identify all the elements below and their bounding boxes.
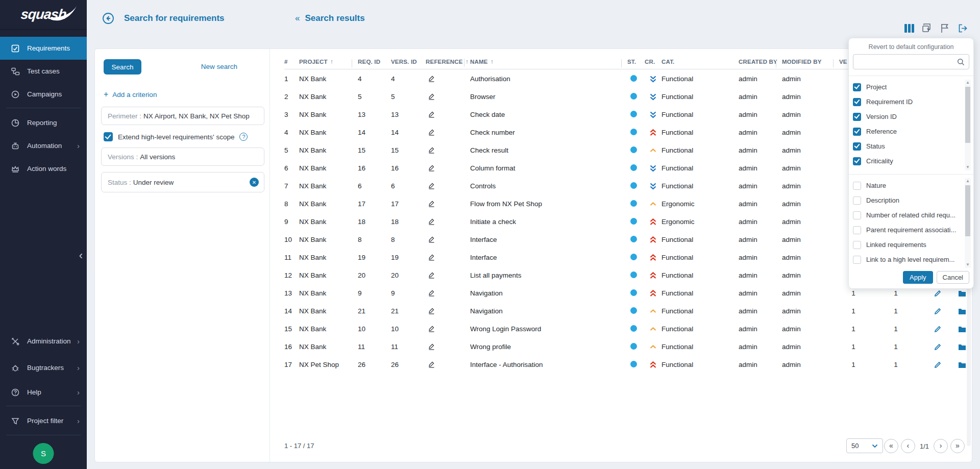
unchecked-checkbox[interactable]	[853, 241, 861, 249]
table-row[interactable]: 14 NX Bank 21 21 Navigation	[284, 302, 965, 320]
unchecked-checkbox[interactable]	[853, 211, 861, 219]
column-option[interactable]: Project	[853, 80, 962, 94]
reference-edit-icon[interactable]	[428, 360, 435, 368]
reference-edit-icon[interactable]	[428, 128, 435, 136]
column-header-reference[interactable]: REFERENCE↑	[426, 58, 470, 65]
squash-logo[interactable]: squash	[0, 0, 87, 30]
sidebar-item-bugtrackers[interactable]: Bugtrackers ›	[0, 356, 87, 379]
reference-edit-icon[interactable]	[428, 146, 435, 154]
reference-edit-icon[interactable]	[428, 110, 435, 118]
pick-columns-button[interactable]	[921, 22, 933, 34]
column-option[interactable]: Link to a high level requirem...	[853, 252, 962, 267]
reference-edit-icon[interactable]	[428, 289, 435, 297]
column-option[interactable]: Version ID	[853, 109, 962, 124]
checked-checkbox[interactable]	[853, 113, 861, 121]
column-option[interactable]: Linked requirements	[853, 237, 962, 252]
column-search-input[interactable]	[857, 58, 957, 66]
column-header-modified-by[interactable]: MODIFIED BY	[782, 59, 839, 65]
unchecked-checkbox[interactable]	[853, 256, 861, 264]
column-header-req-id[interactable]: REQ. ID	[358, 59, 391, 65]
flag-button[interactable]	[939, 22, 950, 34]
sidebar-item-requirements[interactable]: Requirements	[0, 37, 87, 60]
table-row[interactable]: 15 NX Bank 10 10 Wrong Login Password	[284, 320, 965, 338]
last-page-button[interactable]: »	[950, 439, 965, 453]
page-size-select[interactable]: 50	[846, 438, 883, 453]
column-header-vers-id[interactable]: VERS. ID	[391, 59, 426, 65]
new-search-link[interactable]: New search	[201, 63, 237, 70]
reference-edit-icon[interactable]	[428, 307, 435, 314]
scroll-down-icon[interactable]: ▼	[965, 262, 971, 268]
sidebar-item-action-words[interactable]: Action words	[0, 157, 87, 180]
extend-scope-checkbox[interactable]	[104, 132, 113, 141]
checked-checkbox[interactable]	[853, 142, 861, 151]
column-option[interactable]: Reference	[853, 124, 962, 139]
column-header-criticality[interactable]: CR.	[645, 59, 662, 65]
reference-edit-icon[interactable]	[428, 253, 435, 261]
back-button[interactable]	[102, 12, 114, 24]
checked-list-scrollbar[interactable]: ▲ ▼	[965, 80, 971, 170]
unchecked-checkbox[interactable]	[853, 196, 861, 205]
criterion-perimeter[interactable]: Perimeter : NX Airport, NX Bank, NX Pet …	[101, 107, 264, 125]
column-option[interactable]: Nature	[853, 178, 962, 193]
unchecked-list-scrollbar[interactable]: ▲ ▼	[965, 178, 971, 268]
sidebar-item-test-cases[interactable]: Test cases	[0, 60, 87, 83]
edit-requirement-icon[interactable]	[924, 289, 951, 297]
sidebar-item-reporting[interactable]: Reporting	[0, 111, 87, 134]
sidebar-item-administration[interactable]: Administration ›	[0, 330, 87, 353]
scroll-up-icon[interactable]: ▲	[965, 80, 971, 86]
criterion-versions[interactable]: Versions : All versions	[101, 147, 264, 166]
column-header-project[interactable]: PROJECT↑	[299, 58, 358, 65]
reference-edit-icon[interactable]	[428, 92, 435, 100]
column-option[interactable]: Description	[853, 193, 962, 208]
unchecked-checkbox[interactable]	[853, 182, 861, 190]
add-criterion-link[interactable]: +Add a criterion	[104, 90, 157, 99]
cancel-button[interactable]: Cancel	[937, 271, 969, 284]
sidebar-item-automation[interactable]: Automation ›	[0, 134, 87, 157]
search-button[interactable]: Search	[104, 59, 141, 75]
edit-requirement-icon[interactable]	[924, 325, 951, 333]
edit-requirement-icon[interactable]	[924, 307, 951, 315]
column-header-status[interactable]: ST.	[627, 59, 645, 65]
checked-checkbox[interactable]	[853, 128, 861, 136]
reference-edit-icon[interactable]	[428, 200, 435, 207]
revert-default-link[interactable]: Revert to default configuration	[849, 43, 973, 51]
sidebar-item-project-filter[interactable]: Project filter ›	[0, 409, 87, 432]
sidebar-item-campaigns[interactable]: Campaigns	[0, 83, 87, 106]
column-header-category[interactable]: CAT.	[662, 59, 739, 65]
checked-checkbox[interactable]	[853, 157, 861, 165]
column-option[interactable]: Parent requirement associati...	[853, 223, 962, 237]
unchecked-checkbox[interactable]	[853, 226, 861, 234]
remove-criterion-icon[interactable]: ✕	[250, 178, 259, 187]
search-results-link[interactable]: «Search results	[295, 13, 365, 23]
column-header-num[interactable]: #	[284, 59, 299, 65]
column-option[interactable]: Requirement ID	[853, 94, 962, 109]
sidebar-collapse-icon[interactable]: ‹	[79, 250, 83, 261]
reference-edit-icon[interactable]	[428, 235, 435, 243]
scrollbar-thumb[interactable]	[965, 185, 970, 236]
apply-button[interactable]: Apply	[903, 271, 933, 284]
export-button[interactable]	[957, 22, 968, 34]
reference-edit-icon[interactable]	[428, 325, 435, 332]
scroll-down-icon[interactable]: ▼	[965, 164, 971, 170]
help-circle-icon[interactable]: ?	[239, 133, 248, 141]
checked-checkbox[interactable]	[853, 98, 861, 106]
edit-requirement-icon[interactable]	[924, 361, 951, 368]
previous-page-button[interactable]: ‹	[901, 439, 915, 453]
column-option[interactable]: Status	[853, 139, 962, 154]
table-row[interactable]: 17 NX Pet Shop 26 26 Interface - Authori…	[284, 356, 965, 374]
reference-edit-icon[interactable]	[428, 271, 435, 279]
scroll-up-icon[interactable]: ▲	[965, 178, 971, 184]
reference-edit-icon[interactable]	[428, 182, 435, 189]
reference-edit-icon[interactable]	[428, 342, 435, 350]
scrollbar-thumb[interactable]	[965, 87, 970, 143]
reference-edit-icon[interactable]	[428, 217, 435, 225]
columns-config-button[interactable]	[903, 22, 915, 34]
reference-edit-icon[interactable]	[428, 164, 435, 171]
reference-edit-icon[interactable]	[428, 75, 435, 82]
column-option[interactable]: Criticality	[853, 154, 962, 168]
criterion-status[interactable]: Status : Under review ✕	[101, 172, 264, 192]
edit-requirement-icon[interactable]	[924, 343, 951, 351]
table-row[interactable]: 16 NX Bank 11 11 Wrong profile	[284, 338, 965, 356]
column-header-name[interactable]: NAME↑	[470, 58, 627, 65]
checked-checkbox[interactable]	[853, 83, 861, 91]
